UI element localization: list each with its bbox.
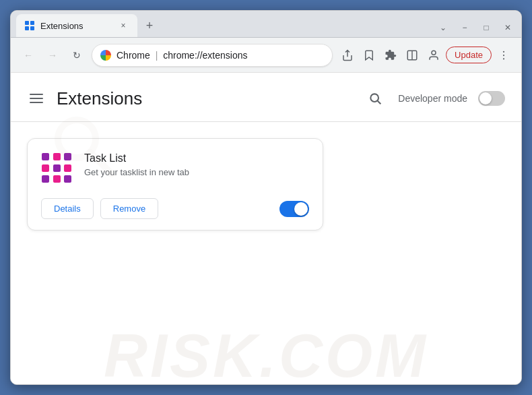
window-controls: ⌄ − □ ✕ <box>438 22 516 37</box>
split-icon[interactable] <box>403 46 422 65</box>
address-separator: | <box>153 50 160 61</box>
search-button[interactable] <box>363 86 387 111</box>
icon-dot <box>42 153 49 160</box>
icon-dot <box>42 175 49 183</box>
header-right: Developer mode <box>363 86 505 111</box>
card-bottom: Details Remove <box>41 198 309 219</box>
profile-icon[interactable] <box>424 46 443 65</box>
tasklist-icon-grid <box>42 153 73 184</box>
developer-mode-toggle[interactable] <box>478 91 505 106</box>
forward-button[interactable]: → <box>43 46 62 65</box>
page-header: Extensions Developer mode <box>11 73 521 122</box>
card-top: Task List Get your tasklist in new tab <box>41 152 309 185</box>
update-button[interactable]: Update <box>446 47 492 63</box>
active-tab[interactable]: Extensions × <box>16 14 137 37</box>
extensions-icon[interactable] <box>381 46 400 65</box>
tab-title: Extensions <box>40 21 112 31</box>
svg-rect-0 <box>25 21 29 25</box>
svg-rect-3 <box>30 26 34 30</box>
extension-description: Get your tasklist in new tab <box>84 167 309 177</box>
chrome-name: Chrome <box>117 50 150 61</box>
hamburger-menu-button[interactable] <box>27 91 46 106</box>
extension-icon <box>41 152 73 185</box>
new-tab-button[interactable]: + <box>140 16 159 35</box>
svg-point-12 <box>371 94 379 102</box>
icon-dot <box>53 175 61 183</box>
icon-dot <box>64 175 71 183</box>
toggle-thumb <box>479 92 492 104</box>
nav-actions: Update <box>338 46 513 65</box>
icon-dot <box>53 153 61 160</box>
svg-rect-1 <box>30 21 34 25</box>
browser-window: Extensions × + ⌄ − □ ✕ ← → ↻ Chrome | ch… <box>10 10 522 385</box>
icon-dot <box>64 153 71 160</box>
navigation-bar: ← → ↻ Chrome | chrome://extensions <box>11 38 521 73</box>
site-security-icon <box>100 50 111 61</box>
extension-name: Task List <box>84 152 309 164</box>
close-button[interactable]: ✕ <box>502 22 513 33</box>
chevron-down-icon[interactable]: ⌄ <box>438 22 448 33</box>
svg-line-13 <box>378 101 381 104</box>
icon-dot <box>42 164 49 172</box>
address-bar[interactable]: Chrome | chrome://extensions <box>92 44 333 67</box>
page-title: Extensions <box>57 88 142 109</box>
svg-point-8 <box>503 54 504 55</box>
watermark: RISK.COM <box>104 322 428 384</box>
page-title-area: Extensions <box>27 88 142 109</box>
extension-card: Task List Get your tasklist in new tab D… <box>27 138 323 231</box>
share-icon[interactable] <box>338 46 357 65</box>
icon-dot <box>53 164 61 172</box>
developer-mode-label: Developer mode <box>398 93 467 104</box>
back-button[interactable]: ← <box>19 46 38 65</box>
svg-point-6 <box>432 51 436 55</box>
address-text: Chrome | chrome://extensions <box>117 50 248 61</box>
svg-point-7 <box>503 51 504 52</box>
more-icon[interactable] <box>494 46 513 65</box>
svg-point-9 <box>503 58 504 59</box>
tab-favicon-icon <box>24 20 35 31</box>
toggle-blue-thumb <box>294 202 308 216</box>
details-button[interactable]: Details <box>41 198 94 219</box>
title-bar: Extensions × + ⌄ − □ ✕ <box>11 11 521 38</box>
svg-rect-2 <box>25 26 29 30</box>
extensions-area: Task List Get your tasklist in new tab D… <box>11 122 521 247</box>
extension-toggle[interactable] <box>279 201 309 217</box>
refresh-button[interactable]: ↻ <box>67 46 86 65</box>
icon-dot <box>64 164 71 172</box>
address-url: chrome://extensions <box>163 50 247 61</box>
minimize-button[interactable]: − <box>459 22 470 33</box>
extension-info: Task List Get your tasklist in new tab <box>84 152 309 177</box>
bookmark-icon[interactable] <box>360 46 378 65</box>
tab-close-button[interactable]: × <box>117 20 129 32</box>
page-content: RISK.COM Extensions <box>11 73 521 384</box>
maximize-button[interactable]: □ <box>481 22 492 33</box>
remove-button[interactable]: Remove <box>100 198 158 219</box>
